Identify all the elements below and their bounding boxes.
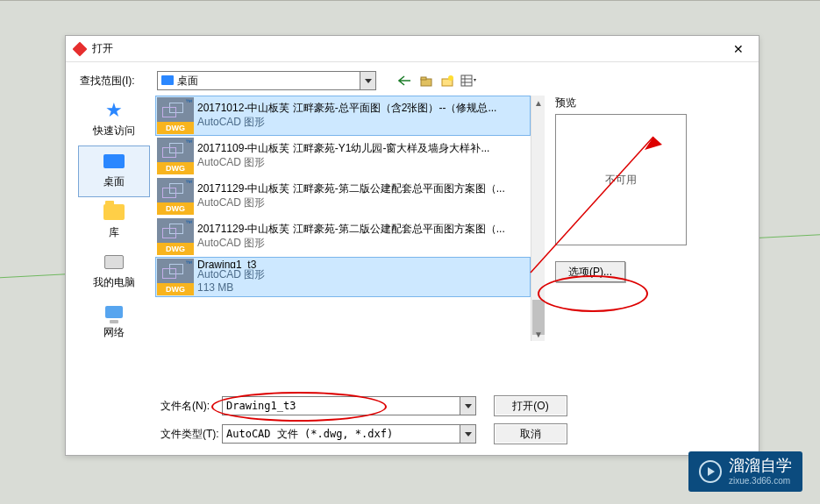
file-list[interactable]: ™DWG20171012-中山板芙 江畔豪苑-总平面图（含2张图）--（修规总.… bbox=[155, 96, 545, 341]
watermark: 溜溜自学 zixue.3d66.com bbox=[688, 451, 802, 492]
file-type: AutoCAD 图形 bbox=[197, 196, 505, 210]
file-type: AutoCAD 图形 bbox=[197, 237, 505, 251]
play-icon bbox=[699, 460, 722, 483]
svg-point-3 bbox=[448, 75, 453, 81]
file-meta: 113 MB bbox=[197, 281, 265, 295]
file-item[interactable]: ™DWG20171012-中山板芙 江畔豪苑-总平面图（含2张图）--（修规总.… bbox=[155, 96, 531, 136]
find-in-value: 桌面 bbox=[177, 72, 360, 89]
preview-unavailable-text: 不可用 bbox=[605, 173, 637, 188]
find-in-label: 查找范围(I): bbox=[76, 74, 157, 89]
scrollbar[interactable]: ▲ ▼ bbox=[531, 96, 545, 341]
place-desktop[interactable]: 桌面 bbox=[78, 146, 150, 197]
places-bar: ★ 快速访问 桌面 库 我的电脑 网络 bbox=[73, 96, 155, 388]
filetype-combo[interactable]: AutoCAD 文件 (*.dwg, *.dxf) bbox=[222, 424, 476, 444]
place-quick-access[interactable]: ★ 快速访问 bbox=[78, 96, 150, 146]
new-folder-button[interactable] bbox=[438, 72, 457, 89]
place-libraries[interactable]: 库 bbox=[78, 197, 150, 247]
preview-label: 预览 bbox=[555, 96, 741, 110]
nav-toolbar bbox=[396, 72, 478, 89]
file-item[interactable]: ™DWG20171109-中山板芙 江畔豪苑-Y1幼儿园-窗大样及墙身大样补..… bbox=[155, 136, 531, 176]
filename-input[interactable] bbox=[223, 397, 460, 415]
file-item[interactable]: ™DWG20171129-中山板芙 江畔豪苑-第二版公建配套总平面图方案图（..… bbox=[155, 176, 531, 217]
up-button[interactable] bbox=[417, 72, 436, 89]
file-type: AutoCAD 图形 bbox=[197, 156, 489, 170]
place-my-computer[interactable]: 我的电脑 bbox=[78, 247, 150, 297]
dwg-thumb-icon: ™DWG bbox=[157, 178, 194, 215]
file-title: 20171129-中山板芙 江畔豪苑-第二版公建配套总平面图方案图（... bbox=[197, 182, 505, 196]
dwg-thumb-icon: ™DWG bbox=[157, 218, 194, 255]
scroll-down-icon[interactable]: ▼ bbox=[531, 327, 545, 341]
file-type: AutoCAD 图形 bbox=[197, 268, 265, 282]
back-button[interactable] bbox=[396, 72, 415, 89]
file-title: 20171129-中山板芙 江畔豪苑-第二版公建配套总平面图方案图（... bbox=[197, 223, 505, 237]
preview-box: 不可用 bbox=[555, 114, 687, 245]
chevron-down-icon[interactable] bbox=[460, 425, 475, 443]
svg-rect-1 bbox=[421, 77, 426, 80]
dwg-thumb-icon: ™DWG bbox=[157, 138, 194, 174]
find-in-combo[interactable]: 桌面 bbox=[157, 71, 376, 90]
folder-icon bbox=[103, 204, 125, 220]
open-dialog: 打开 ✕ 查找范围(I): 桌面 bbox=[65, 35, 759, 456]
app-icon bbox=[73, 42, 87, 56]
watermark-main: 溜溜自学 bbox=[729, 457, 792, 476]
scroll-up-icon[interactable]: ▲ bbox=[531, 96, 545, 110]
close-button[interactable]: ✕ bbox=[718, 36, 759, 62]
place-network[interactable]: 网络 bbox=[78, 297, 150, 347]
pc-icon bbox=[104, 255, 124, 269]
file-title: 20171109-中山板芙 江畔豪苑-Y1幼儿园-窗大样及墙身大样补... bbox=[197, 142, 489, 156]
svg-rect-4 bbox=[461, 75, 472, 86]
options-button[interactable]: 选项(P)... bbox=[555, 261, 625, 282]
file-type: AutoCAD 图形 bbox=[197, 116, 496, 130]
file-title: 20171012-中山板芙 江畔豪苑-总平面图（含2张图）--（修规总... bbox=[197, 102, 496, 116]
open-button[interactable]: 打开(O) bbox=[494, 395, 567, 416]
titlebar: 打开 ✕ bbox=[66, 36, 759, 62]
filename-label: 文件名(N): bbox=[160, 399, 222, 414]
star-icon: ★ bbox=[105, 99, 123, 122]
view-mode-button[interactable] bbox=[459, 72, 478, 89]
file-item[interactable]: ™DWGDrawing1_t3AutoCAD 图形113 MB bbox=[155, 257, 531, 297]
chevron-down-icon[interactable] bbox=[360, 72, 375, 89]
dwg-thumb-icon: ™DWG bbox=[157, 97, 194, 134]
dwg-thumb-icon: ™DWG bbox=[157, 259, 194, 295]
cancel-button[interactable]: 取消 bbox=[494, 423, 567, 444]
monitor-icon bbox=[103, 154, 125, 168]
network-icon bbox=[105, 306, 123, 318]
chevron-down-icon[interactable] bbox=[460, 397, 475, 415]
file-title: Drawing1_t3 bbox=[197, 259, 265, 268]
file-item[interactable]: ™DWG20171129-中山板芙 江畔豪苑-第二版公建配套总平面图方案图（..… bbox=[155, 217, 531, 257]
dialog-title: 打开 bbox=[92, 41, 718, 56]
filetype-label: 文件类型(T): bbox=[160, 427, 222, 442]
desktop-icon bbox=[161, 75, 174, 85]
filename-combo[interactable] bbox=[222, 396, 476, 415]
watermark-sub: zixue.3d66.com bbox=[729, 476, 792, 486]
filetype-value: AutoCAD 文件 (*.dwg, *.dxf) bbox=[223, 425, 460, 443]
